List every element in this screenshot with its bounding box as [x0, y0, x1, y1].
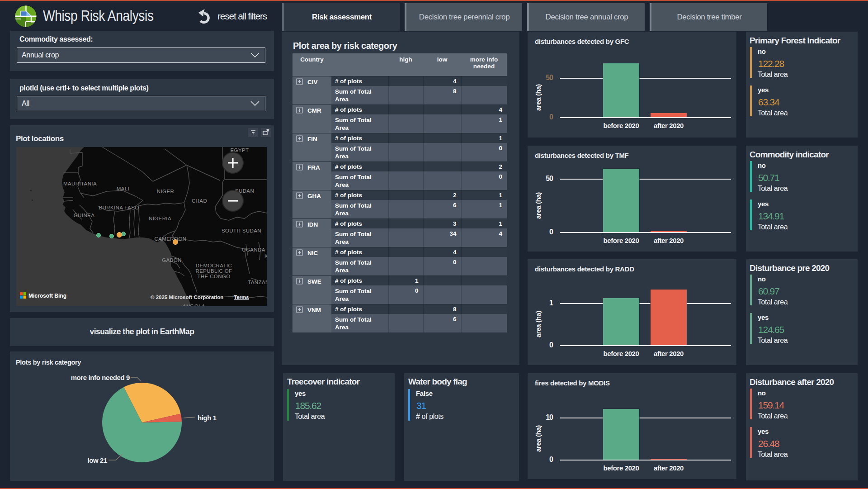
svg-text:GABON: GABON — [162, 257, 182, 263]
svg-text:DEMOCRATIC: DEMOCRATIC — [196, 263, 232, 268]
svg-text:Microsoft Bing: Microsoft Bing — [28, 293, 66, 299]
svg-text:MAURITANIA: MAURITANIA — [63, 181, 97, 186]
svg-text:TANZAN: TANZAN — [248, 280, 267, 285]
svg-text:Terms: Terms — [234, 294, 249, 300]
svg-text:© 2025 Microsoft Corporation: © 2025 Microsoft Corporation — [151, 294, 223, 300]
svg-text:UGANDA: UGANDA — [242, 247, 265, 252]
svg-text:MALI: MALI — [117, 186, 129, 191]
svg-text:REPUBLIC OF: REPUBLIC OF — [195, 268, 232, 274]
svg-text:BURKINA FASO: BURKINA FASO — [99, 205, 139, 210]
svg-text:CAMEROON: CAMEROON — [155, 236, 187, 242]
svg-text:CHAD: CHAD — [192, 198, 207, 204]
svg-text:GUINEA: GUINEA — [74, 213, 95, 218]
svg-text:K: K — [264, 253, 267, 259]
svg-text:ANGOLA: ANGOLA — [183, 304, 205, 306]
svg-text:THE CONGO: THE CONGO — [197, 274, 230, 279]
svg-text:NIGERIA: NIGERIA — [149, 216, 171, 221]
svg-text:SOUTH SUDAN: SOUTH SUDAN — [222, 228, 261, 233]
svg-text:NIGER: NIGER — [157, 189, 174, 194]
